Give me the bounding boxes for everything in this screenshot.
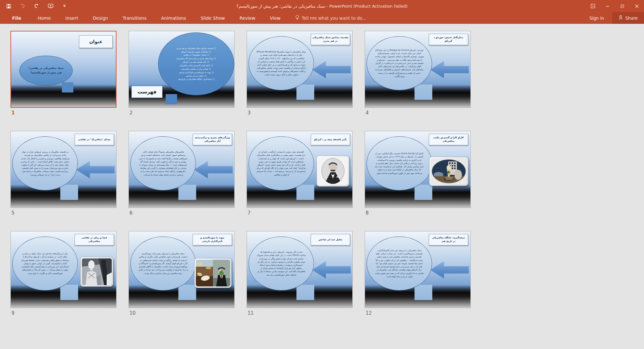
customize-qat-icon[interactable]	[62, 3, 67, 9]
bubble-ellipse: سبک متافیزیکی در نقاشی؛ هنر پیش از سورئا…	[19, 56, 73, 86]
bubble-tail	[296, 85, 314, 100]
tab-animations[interactable]: Animations	[157, 13, 191, 24]
toc-item: □مقدمه: پیدایش سبک متافیزیکی در هنر مدرن	[176, 47, 216, 50]
slide-thumbnail[interactable]: فلسفه‌ی نیچه، به‌ویژه اندیشه‌ی «بازگشت ج…	[247, 131, 353, 208]
start-from-beginning-icon[interactable]	[48, 3, 53, 9]
bubble-text: سبک متافیزیکی یا پیتورا متافیزیکا (Pittu…	[256, 50, 306, 76]
left-arrow-shape	[312, 60, 351, 79]
toc-item: □فضا و زمان در نقاشی متافیزیکی	[176, 67, 216, 71]
bubble-text: کارلو کارا (Carlo Carrà)، هنرمند دیگر ای…	[375, 152, 424, 175]
bubble-tail	[60, 185, 78, 200]
slide-cell: نقاشی‌های متافیزیکی معمولاً دارای فضای خ…	[129, 131, 235, 216]
toc-item-text: فضا و زمان در نقاشی متافیزیکی	[181, 68, 208, 70]
slide-sorter: سبک متافیزیکی در نقاشی؛ هنر پیش از سورئا…	[0, 24, 644, 349]
slide-heading-box: بنیان‌گذار جنبش: جورجو د کیریکو	[429, 34, 468, 45]
slide-cell: سبک متافیزیکی در نقاشی؛ هنر پیش از سورئا…	[10, 31, 116, 116]
bubble-tail	[166, 94, 177, 104]
powerpoint-window: سبک متافیزیکی در نقاشی؛ هنر پیش از سورئا…	[0, 0, 644, 349]
slide-heading-box: فهرست	[131, 86, 163, 98]
checkbox-bullet-icon: □	[207, 53, 209, 57]
slide-thumbnail[interactable]: یکی از آثار معروف د کیریکو، «راز و مالیخ…	[247, 231, 353, 308]
slide-heading-box: فضا و زمان در نقاشی متافیزیکی	[75, 234, 114, 245]
checkbox-bullet-icon: □	[207, 60, 209, 64]
carra-painting-image	[429, 157, 468, 186]
slide-thumbnail[interactable]: جورجو د کیریکو (Giorgio de Chirico) را ب…	[365, 31, 471, 108]
person-icon	[619, 15, 623, 21]
tab-design[interactable]: Design	[88, 13, 112, 24]
slide-heading-box: ویژگی‌های بصری و ترکیب‌بندی آثار متافیزی…	[193, 134, 232, 145]
tab-slide-show[interactable]: Slide Show	[196, 13, 229, 24]
toc-item-text: تأثیر فلسفه نیچه بر د کیریکو	[183, 61, 206, 63]
toc-item: □ویژگی‌های بصری و ترکیب‌بندی آثار متافیز…	[176, 57, 216, 60]
toc-item: □نتیجه‌گیری: جایگاه متافیزیکی در تاریخ ه…	[176, 78, 216, 81]
left-arrow-shape	[312, 261, 351, 279]
restore-icon[interactable]	[615, 0, 629, 12]
bubble-tail	[415, 285, 432, 300]
bubble-ellipse: سبک متافیزیکی یا پیتورا متافیزیکا (Pittu…	[249, 36, 314, 90]
bubble-tail	[296, 185, 314, 200]
toc-item-text: بنیان‌گذار جنبش: جورجو د کیریکو	[181, 51, 208, 53]
sign-in-button[interactable]: Sign in	[581, 12, 612, 24]
tab-review[interactable]: Review	[235, 13, 260, 24]
bubble-ellipse: یکی از ویژگی‌های شاخص این سبک، ابهام در …	[12, 236, 78, 291]
slide-thumbnail[interactable]: در فلسفه، متافیزیک به بررسی چیزهایی فرات…	[10, 131, 116, 208]
toc-item-text: نتیجه‌گیری: جایگاه متافیزیکی در تاریخ هن…	[178, 78, 212, 80]
slide-row: یکی از ویژگی‌های شاخص این سبک، ابهام در …	[10, 231, 644, 316]
slide-heading-box: نتیجه‌گیری: جایگاه متافیزیکی در تاریخ هن…	[429, 234, 468, 245]
tab-transitions[interactable]: Transitions	[118, 13, 151, 24]
tell-me-box[interactable]: Tell me what you want to do...	[295, 15, 366, 21]
bubble-tail	[62, 82, 73, 92]
slide-thumbnail[interactable]: سبک متافیزیکی یا پیتورا متافیزیکا (Pittu…	[247, 31, 353, 108]
slide-row: سبک متافیزیکی در نقاشی؛ هنر پیش از سورئا…	[10, 31, 644, 116]
bubble-ellipse: نقاشی‌های متافیزیکی معمولاً دارای فضای خ…	[130, 136, 196, 190]
slide-heading-box: پیوند با سورئالیسم و تأثیرگذاری تاریخی	[193, 234, 232, 245]
slide-cell: سبک متافیزیکی یا پیتورا متافیزیکا (Pittu…	[247, 31, 353, 116]
tab-file[interactable]: File	[8, 13, 26, 24]
ribbon-display-options-icon[interactable]	[586, 0, 600, 12]
redo-icon[interactable]	[34, 3, 39, 9]
slide-thumbnail[interactable]: سبک متافیزیکی در نقاشی؛ هنر پیش از سورئا…	[10, 31, 116, 108]
title-bar: سبک متافیزیکی در نقاشی؛ هنر پیش از سورئا…	[0, 0, 644, 12]
mannequin-photo-image	[80, 257, 113, 287]
bubble-text: نقاشی‌های متافیزیکی معمولاً دارای فضای خ…	[138, 150, 188, 176]
slide-number: 2	[129, 110, 235, 116]
toc-item-text: پیوند به سورئالیسم و تأثیرگذاری تاریخی	[179, 71, 211, 73]
minimize-icon[interactable]	[600, 0, 615, 12]
slide-thumbnail[interactable]: کارلو کارا (Carlo Carrà)، هنرمند دیگر ای…	[365, 131, 471, 208]
checkbox-bullet-icon: □	[214, 57, 216, 60]
slide-thumbnail[interactable]: □مقدمه: پیدایش سبک متافیزیکی در هنر مدرن…	[129, 31, 235, 108]
share-button[interactable]: Share	[612, 12, 644, 24]
toc-item: □تحلیل چند اثر شاخص	[176, 74, 216, 78]
slide-number: 3	[247, 110, 353, 116]
slide-thumbnail[interactable]: نقاشی‌های متافیزیکی معمولاً دارای فضای خ…	[129, 131, 235, 208]
save-icon[interactable]	[6, 3, 11, 9]
slide-cell: یکی از ویژگی‌های شاخص این سبک، ابهام در …	[10, 231, 116, 316]
slide-cell: کارلو کارا (Carlo Carrà)، هنرمند دیگر ای…	[365, 131, 471, 216]
slide-grid: سبک متافیزیکی در نقاشی؛ هنر پیش از سورئا…	[10, 31, 644, 316]
undo-icon[interactable]	[20, 3, 25, 9]
checkbox-bullet-icon: □	[204, 74, 206, 78]
close-icon[interactable]	[629, 0, 644, 12]
tab-insert[interactable]: Insert	[61, 13, 83, 24]
bubble-ellipse: سبک متافیزیکی را می‌توان پلی میان کلاسیک…	[367, 236, 432, 291]
bubble-text: سبک متافیزیکی را می‌توان پلی میان کلاسیک…	[375, 249, 424, 278]
checkbox-bullet-icon: □	[209, 50, 211, 54]
slide-thumbnail[interactable]: یکی از ویژگی‌های شاخص این سبک، ابهام در …	[10, 231, 116, 308]
dali-magritte-paintings-image	[194, 258, 232, 288]
tab-home[interactable]: Home	[33, 13, 55, 24]
slide-thumbnail[interactable]: سبک متافیزیکی را می‌توان پلی میان کلاسیک…	[365, 231, 471, 308]
slide-cell: سبک متافیزیکی را می‌توان پلی میان کلاسیک…	[365, 231, 471, 316]
toc-item-text: کارلو کارا و گسترش مکتب متافیزیکی	[179, 64, 210, 66]
bubble-ellipse: کارلو کارا (Carlo Carrà)، هنرمند دیگر ای…	[367, 136, 432, 190]
slide-number: 9	[10, 310, 116, 316]
tab-view[interactable]: View	[266, 13, 285, 24]
left-arrow-shape	[76, 161, 115, 179]
slide-number: 5	[10, 210, 116, 216]
slide-cell: □مقدمه: پیدایش سبک متافیزیکی در هنر مدرن…	[129, 31, 235, 116]
slide-number: 11	[247, 310, 353, 316]
bubble-tail	[178, 285, 196, 300]
checkbox-bullet-icon: □	[209, 67, 211, 71]
slide-number: 10	[129, 310, 235, 316]
slide-thumbnail[interactable]: سبک متافیزیکی را می‌توان پیش‌درآمد سورئا…	[129, 231, 235, 308]
slide-heading-box: مقدمه: پیدایش سبک متافیزیکی در هنر مدرن	[311, 34, 350, 45]
